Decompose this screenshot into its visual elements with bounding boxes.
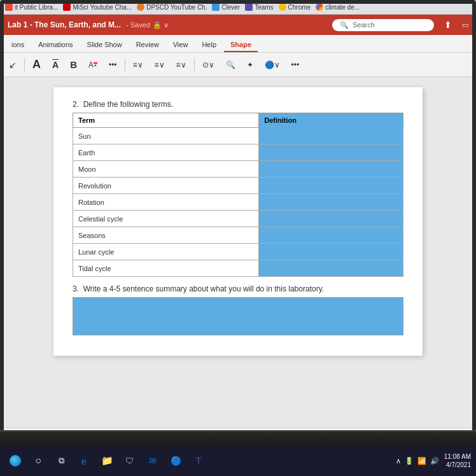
font-size-small-btn[interactable]: A	[48, 58, 62, 72]
ppt-title-bar: Lab 1 - The Sun, Earth, and M... - Saved…	[0, 15, 476, 35]
font-color-btn[interactable]: A▼	[85, 59, 101, 71]
youtube-icon	[63, 3, 71, 11]
table-header-row: Term Definition	[73, 113, 403, 128]
taskbar: ○ ⧉ e 📁 🛡 ✉ 🔵 T ∧ 🔋 📶 🔊 11	[0, 445, 476, 476]
table-row: Lunar cycle	[73, 244, 403, 260]
library-icon	[5, 3, 13, 11]
separator2	[125, 59, 125, 71]
search-bar[interactable]: 🔍 Search	[332, 19, 434, 31]
mail-icon[interactable]: ✉	[143, 451, 163, 471]
clever-icon	[212, 3, 220, 11]
slide: 2. Define the following terms. Term Defi…	[53, 87, 423, 356]
volume-icon[interactable]: 🔊	[430, 457, 439, 465]
definition-cell[interactable]	[259, 178, 403, 194]
start-button[interactable]	[5, 451, 25, 471]
wifi-icon: 📶	[417, 457, 426, 465]
browser-window: it Public Libra... MiSci Youtube Cha... …	[0, 0, 476, 445]
find-btn[interactable]: 🔍	[222, 59, 239, 71]
search-placeholder: Search	[353, 21, 375, 29]
tab-chrome[interactable]: Chrome	[279, 3, 311, 11]
term-cell: Rotation	[73, 194, 259, 211]
definition-cell[interactable]	[259, 144, 403, 161]
tab-misci[interactable]: MiSci Youtube Cha...	[63, 3, 132, 11]
save-status: - Saved 🔒 ∨	[126, 21, 169, 29]
definition-cell[interactable]	[259, 194, 403, 211]
term-cell: Moon	[73, 161, 259, 178]
table-row: Rotation	[73, 194, 403, 211]
google-icon	[316, 3, 323, 11]
tab-view[interactable]: View	[167, 38, 195, 52]
table-row: Earth	[73, 144, 403, 161]
term-cell: Tidal cycle	[73, 260, 259, 277]
bullets-btn[interactable]: ≡∨	[129, 59, 147, 71]
term-cell: Celestial cycle	[73, 211, 259, 227]
item-3-header: 3. Write a 4-5 sentence summary about wh…	[73, 284, 403, 293]
security-icon[interactable]: 🛡	[120, 451, 140, 471]
indent-btn[interactable]: ≡∨	[151, 59, 169, 71]
tab-list: it Public Libra... MiSci Youtube Cha... …	[5, 3, 471, 11]
battery-icon: 🔋	[405, 457, 414, 465]
table-row: Tidal cycle	[73, 260, 403, 277]
explorer-icon[interactable]: 📁	[97, 451, 117, 471]
col-definition: Definition	[259, 113, 403, 128]
table-row: Revolution	[73, 178, 403, 194]
dpscd-icon	[137, 3, 144, 11]
term-cell: Lunar cycle	[73, 244, 259, 260]
summary-box[interactable]	[73, 297, 403, 335]
separator	[24, 59, 25, 71]
date-display: 4/7/2021	[444, 461, 471, 469]
tab-teams[interactable]: Teams	[245, 3, 273, 11]
chrome-taskbar-icon[interactable]: 🔵	[165, 451, 186, 471]
align-btn[interactable]: ≡∨	[172, 59, 190, 71]
slide-item-2: 2. Define the following terms. Term Defi…	[73, 100, 403, 277]
tab-climate[interactable]: climate de...	[316, 3, 360, 11]
definition-cell[interactable]	[259, 161, 403, 178]
definition-cell[interactable]	[259, 128, 403, 144]
item-2-header: 2. Define the following terms.	[73, 100, 403, 109]
share-icon[interactable]: ⬆	[444, 20, 452, 30]
browser-tab-bar: it Public Libra... MiSci Youtube Cha... …	[0, 0, 476, 15]
table-row: Celestial cycle	[73, 211, 403, 227]
tab-library[interactable]: it Public Libra...	[5, 3, 58, 11]
text-direction-btn[interactable]: ↙	[5, 58, 20, 72]
teams-taskbar-icon[interactable]: T	[188, 451, 209, 471]
tab-transitions[interactable]: ions	[5, 38, 31, 52]
tab-animations[interactable]: Animations	[32, 38, 79, 52]
tab-clever[interactable]: Clever	[212, 3, 240, 11]
search-icon: 🔍	[340, 21, 349, 29]
sparkle-btn[interactable]: ✦	[243, 59, 257, 71]
search-taskbar-btn[interactable]: ○	[28, 451, 48, 471]
tab-help[interactable]: Help	[195, 38, 223, 52]
table-row: Seasons	[73, 227, 403, 244]
bold-btn[interactable]: B	[66, 57, 81, 72]
definition-cell[interactable]	[259, 227, 403, 244]
terms-table: Term Definition SunEarthMoonRevolutionRo…	[73, 113, 403, 277]
definition-cell[interactable]	[259, 260, 403, 277]
document-title: Lab 1 - The Sun, Earth, and M...	[8, 20, 121, 29]
teams-icon	[245, 3, 253, 11]
task-view-btn[interactable]: ⧉	[51, 451, 71, 471]
chrome-icon	[279, 3, 286, 11]
formatting-toolbar: ↙ A A B A▼ ••• ≡∨ ≡∨ ≡∨ ⊙∨ 🔍 ✦ 🔵∨ •••	[0, 53, 476, 77]
tab-shape[interactable]: Shape	[224, 38, 258, 52]
table-row: Moon	[73, 161, 403, 178]
taskbar-right: ∧ 🔋 📶 🔊 11:08 AM 4/7/2021	[391, 452, 476, 469]
clock: 11:08 AM 4/7/2021	[444, 452, 471, 469]
tab-dpscd[interactable]: DPSCD YouTube Ch...	[137, 3, 207, 11]
definition-cell[interactable]	[259, 211, 403, 227]
more-btn[interactable]: •••	[105, 59, 121, 71]
tab-slideshow[interactable]: Slide Show	[81, 38, 129, 52]
tab-review[interactable]: Review	[130, 38, 165, 52]
separator3	[194, 59, 195, 71]
more-options-btn[interactable]: •••	[288, 59, 304, 71]
term-cell: Seasons	[73, 227, 259, 244]
definition-cell[interactable]	[259, 244, 403, 260]
color-picker-btn[interactable]: 🔵∨	[261, 59, 284, 71]
font-size-large-btn[interactable]: A	[29, 56, 45, 73]
shape-fill-btn[interactable]: ⊙∨	[199, 59, 218, 71]
powerpoint-window: Lab 1 - The Sun, Earth, and M... - Saved…	[0, 15, 476, 445]
time-display: 11:08 AM	[444, 452, 471, 461]
windows-icon	[10, 455, 21, 466]
chevron-up-icon[interactable]: ∧	[396, 457, 401, 465]
edge-icon[interactable]: e	[74, 451, 94, 471]
